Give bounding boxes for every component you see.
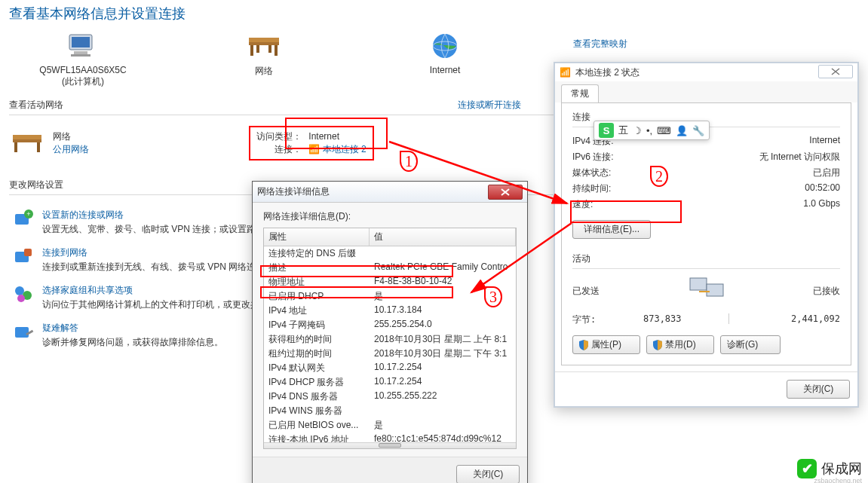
- sent-label: 已发送: [572, 285, 600, 298]
- recv-bytes: 2,441,092: [791, 313, 840, 326]
- detail-heading: 网络连接详细信息(D):: [263, 210, 517, 223]
- grid-row[interactable]: 获得租约的时间2018年10月30日 星期二 上午 8:1: [264, 332, 516, 347]
- diagnose-button[interactable]: 诊断(G): [720, 335, 781, 354]
- svg-rect-3: [71, 54, 90, 57]
- recv-label: 已接收: [813, 285, 840, 298]
- signal-icon: 📶: [560, 67, 571, 78]
- svg-rect-13: [13, 139, 41, 142]
- val-cell: Realtek PCIe GBE Family Contro: [370, 261, 516, 275]
- conn-label: 连接：: [256, 143, 302, 156]
- watermark-text: 保成网: [821, 460, 862, 478]
- status-title: 本地连接 2 状态: [575, 66, 853, 79]
- grid-row[interactable]: 连接-本地 IPv6 地址fe80::c1c1:e545:874d:d99c%1…: [264, 433, 516, 442]
- prop-cell: 租约过期的时间: [264, 347, 370, 361]
- access-type-value: Internet: [308, 131, 339, 142]
- prop-cell: IPv4 DNS 服务器: [264, 390, 370, 404]
- val-cell: [370, 246, 516, 261]
- prop-cell: IPv4 DHCP 服务器: [264, 375, 370, 390]
- node-network: 网络: [196, 30, 332, 78]
- activity-group-label: 活动: [572, 252, 840, 265]
- new-conn-icon: +: [12, 209, 36, 230]
- grid-row[interactable]: IPv4 DNS 服务器10.255.255.222: [264, 390, 516, 404]
- troubleshoot-link[interactable]: 疑难解答: [42, 322, 223, 335]
- val-cell: 是: [370, 289, 516, 304]
- access-type-label: 访问类型：: [256, 130, 302, 143]
- grid-row[interactable]: IPv4 地址10.17.3.184: [264, 304, 516, 318]
- ime-wu[interactable]: 五: [618, 124, 628, 137]
- close-icon: [501, 188, 510, 196]
- keyboard-icon[interactable]: ⌨: [657, 125, 671, 136]
- col-property[interactable]: 属性: [264, 228, 370, 246]
- val-cell: 10.255.255.222: [370, 390, 516, 404]
- speed-value: 1.0 Gbps: [803, 198, 840, 211]
- signal-icon: 📶: [308, 144, 320, 154]
- ipv6-conn-value: 无 Internet 访问权限: [759, 151, 840, 164]
- svg-rect-5: [249, 42, 279, 45]
- grid-row[interactable]: IPv4 WINS 服务器: [264, 404, 516, 418]
- view-full-map-link[interactable]: 查看完整映射: [573, 38, 627, 50]
- svg-rect-8: [256, 45, 259, 53]
- scroll-indicator[interactable]: [264, 442, 516, 448]
- val-cell: 255.255.254.0: [370, 318, 516, 332]
- person-icon[interactable]: 👤: [676, 125, 688, 136]
- grid-row[interactable]: 连接特定的 DNS 后缀: [264, 246, 516, 261]
- wrench-icon[interactable]: 🔧: [692, 125, 704, 136]
- svg-rect-14: [14, 142, 17, 152]
- tab-general[interactable]: 常规: [561, 84, 599, 102]
- grid-row[interactable]: 已启用 DHCP是: [264, 289, 516, 304]
- grid-row[interactable]: IPv4 子网掩码255.255.254.0: [264, 318, 516, 332]
- status-titlebar[interactable]: 📶 本地连接 2 状态: [555, 63, 857, 81]
- close-button[interactable]: [488, 185, 523, 200]
- svg-rect-9: [268, 45, 271, 53]
- svg-rect-15: [37, 142, 40, 152]
- connect-net-link[interactable]: 连接到网络: [42, 246, 274, 259]
- duration-label: 持续时间:: [572, 182, 611, 195]
- prop-cell: 物理地址: [264, 275, 370, 289]
- bytes-label: 字节:: [572, 313, 596, 326]
- col-value[interactable]: 值: [370, 228, 516, 246]
- grid-row[interactable]: IPv4 DHCP 服务器10.17.2.254: [264, 375, 516, 390]
- svg-rect-26: [690, 278, 707, 290]
- svg-rect-2: [74, 51, 87, 54]
- connect-net-icon: [12, 246, 36, 267]
- activity-icon: [686, 275, 728, 307]
- svg-rect-1: [72, 37, 90, 47]
- ime-toolbar[interactable]: S 五 ☽ •, ⌨ 👤 🔧: [593, 121, 710, 140]
- val-cell: [370, 404, 516, 418]
- svg-rect-7: [275, 45, 278, 56]
- svg-rect-12: [13, 135, 41, 139]
- val-cell: 2018年10月30日 星期二 下午 3:1: [370, 347, 516, 361]
- close-icon: [831, 68, 840, 75]
- ipv4-conn-value: Internet: [809, 135, 840, 148]
- val-cell: fe80::c1c1:e545:874d:d99c%12: [370, 433, 516, 442]
- local-connection-link[interactable]: 本地连接 2: [323, 144, 367, 154]
- prop-cell: 获得租约的时间: [264, 332, 370, 347]
- svg-rect-20: [24, 249, 32, 256]
- grid-row[interactable]: 描述Realtek PCIe GBE Family Contro: [264, 261, 516, 275]
- svg-rect-27: [707, 284, 723, 296]
- properties-button[interactable]: 属性(P): [572, 335, 640, 354]
- node-internet-label: Internet: [377, 65, 513, 75]
- grid-row[interactable]: 租约过期的时间2018年10月30日 星期二 下午 3:1: [264, 347, 516, 361]
- prop-cell: IPv4 默认网关: [264, 361, 370, 375]
- val-cell: 10.17.2.254: [370, 375, 516, 390]
- watermark: ✔ 保成网: [797, 459, 862, 478]
- status-close-button[interactable]: 关闭(C): [787, 380, 850, 399]
- svg-text:+: +: [26, 210, 30, 218]
- grid-row[interactable]: 物理地址F4-8E-38-B0-10-42: [264, 275, 516, 289]
- grid-row[interactable]: IPv4 默认网关10.17.2.254: [264, 361, 516, 375]
- public-network-link[interactable]: 公用网络: [53, 143, 204, 156]
- grid-row[interactable]: 已启用 NetBIOS ove...是: [264, 418, 516, 433]
- detail-close-button[interactable]: 关闭(C): [456, 465, 520, 483]
- ime-s-icon: S: [599, 123, 614, 138]
- detail-titlebar[interactable]: 网络连接详细信息: [253, 182, 527, 203]
- connect-disconnect-link[interactable]: 连接或断开连接: [458, 99, 521, 112]
- details-button[interactable]: 详细信息(E)...: [572, 220, 651, 239]
- computer-icon: [65, 30, 101, 62]
- node-network-label: 网络: [196, 65, 332, 78]
- close-button[interactable]: [818, 65, 853, 78]
- moon-icon[interactable]: ☽: [633, 125, 642, 136]
- status-dialog: 📶 本地连接 2 状态 常规 连接 IPv4 连接:Internet IPv6 …: [554, 62, 859, 408]
- detail-grid: 属性 值 连接特定的 DNS 后缀描述Realtek PCIe GBE Fami…: [263, 228, 517, 449]
- disable-button[interactable]: 禁用(D): [646, 335, 714, 354]
